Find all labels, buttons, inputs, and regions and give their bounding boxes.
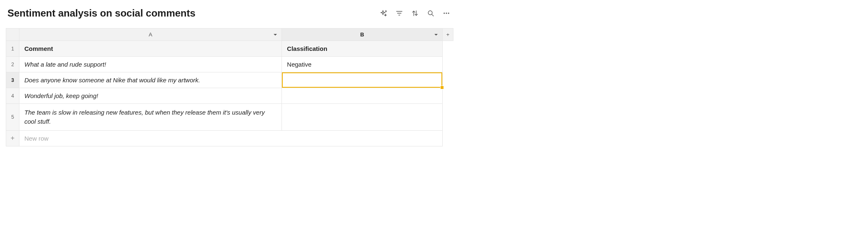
- table-row: 3 Does anyone know someone at Nike that …: [6, 72, 453, 88]
- column-letter-row: A B +: [6, 29, 453, 41]
- table-row: 5 The team is slow in releasing new feat…: [6, 104, 453, 131]
- row-number[interactable]: 4: [6, 88, 19, 104]
- cell-classification[interactable]: [282, 104, 443, 131]
- cell-classification[interactable]: [282, 72, 443, 88]
- svg-point-9: [448, 13, 449, 14]
- table-row: 2 What a late and rude support! Negative: [6, 57, 453, 72]
- cell-classification[interactable]: [282, 88, 443, 104]
- header-cell-classification[interactable]: Classification: [282, 41, 443, 57]
- column-menu-caret-icon[interactable]: [434, 33, 438, 37]
- column-letter: B: [360, 31, 364, 38]
- cell-comment[interactable]: Wonderful job, keep going!: [19, 88, 281, 104]
- row-gutter: [442, 88, 453, 104]
- row-number[interactable]: 3: [6, 72, 19, 88]
- plus-icon: +: [446, 31, 450, 38]
- cell-classification[interactable]: Negative: [282, 57, 443, 72]
- svg-point-7: [444, 13, 445, 14]
- row-number[interactable]: 1: [6, 41, 19, 57]
- cell-comment[interactable]: The team is slow in releasing new featur…: [19, 104, 281, 131]
- page-title: Sentiment analysis on social comments: [7, 7, 379, 19]
- column-letter: A: [149, 31, 153, 38]
- column-menu-caret-icon[interactable]: [273, 33, 277, 37]
- row-gutter: [442, 57, 453, 72]
- column-header-b[interactable]: B: [282, 29, 443, 41]
- sort-icon[interactable]: [410, 9, 420, 18]
- more-icon[interactable]: [442, 9, 451, 18]
- cell-comment[interactable]: Does anyone know someone at Nike that wo…: [19, 72, 281, 88]
- svg-line-6: [432, 14, 434, 16]
- svg-point-8: [446, 13, 447, 14]
- cell-comment[interactable]: What a late and rude support!: [19, 57, 281, 72]
- new-row-label[interactable]: New row: [19, 130, 442, 146]
- ai-sparkle-icon[interactable]: [379, 9, 388, 18]
- header-cell-comment[interactable]: Comment: [19, 41, 281, 57]
- table-toolbar: [379, 9, 453, 18]
- table-header-row: 1 Comment Classification: [6, 41, 453, 57]
- row-number[interactable]: 5: [6, 104, 19, 131]
- row-gutter: [442, 104, 453, 131]
- row-gutter: [442, 41, 453, 57]
- row-number[interactable]: 2: [6, 57, 19, 72]
- data-table: A B + 1 Comment Classification 2: [6, 28, 453, 146]
- new-row[interactable]: + New row: [6, 130, 453, 146]
- plus-icon: +: [11, 134, 14, 141]
- row-gutter: [442, 72, 453, 88]
- column-header-a[interactable]: A: [19, 29, 281, 41]
- add-column-button[interactable]: +: [442, 29, 453, 41]
- add-row-button[interactable]: +: [6, 130, 19, 146]
- corner-cell[interactable]: [6, 29, 19, 41]
- filter-icon[interactable]: [395, 9, 404, 18]
- search-icon[interactable]: [426, 9, 435, 18]
- table-row: 4 Wonderful job, keep going!: [6, 88, 453, 104]
- row-gutter: [442, 130, 453, 146]
